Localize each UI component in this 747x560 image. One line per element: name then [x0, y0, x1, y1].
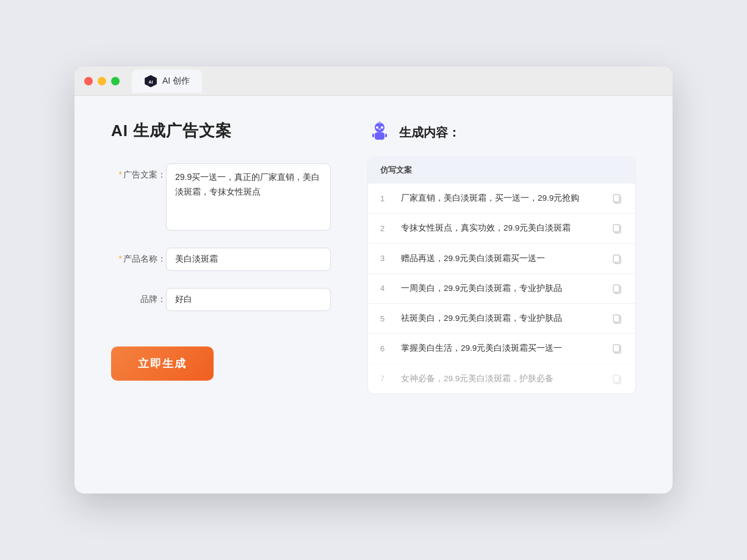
- left-panel: AI 生成广告文案 *广告文案： 29.9买一送一，真正的厂家直销，美白淡斑霜，…: [111, 120, 331, 394]
- table-column-label: 仿写文案: [380, 165, 412, 174]
- page-title: AI 生成广告文案: [111, 120, 331, 142]
- svg-text:AI: AI: [148, 79, 153, 84]
- generate-button[interactable]: 立即生成: [111, 346, 214, 381]
- table-row: 6 掌握美白生活，29.9元美白淡斑霜买一送一: [368, 333, 635, 363]
- ad-copy-label: *广告文案：: [111, 163, 166, 181]
- ad-copy-required: *: [119, 170, 122, 179]
- row-text: 赠品再送，29.9元美白淡斑霜买一送一: [401, 253, 601, 265]
- row-number: 1: [380, 194, 391, 203]
- minimize-button[interactable]: [98, 77, 106, 85]
- row-number: 6: [380, 344, 391, 353]
- svg-rect-24: [613, 375, 619, 382]
- row-text: 专抹女性斑点，真实功效，29.9元美白淡斑霜: [401, 222, 601, 234]
- copy-icon[interactable]: [611, 222, 623, 234]
- table-row: 1 厂家直销，美白淡斑霜，买一送一，29.9元抢购: [368, 183, 635, 213]
- row-number: 4: [380, 284, 391, 293]
- product-name-group: *产品名称：: [111, 248, 331, 271]
- svg-rect-18: [613, 285, 619, 292]
- table-row: 7 女神必备，29.9元美白淡斑霜，护肤必备: [368, 364, 635, 393]
- tab-label: AI 创作: [162, 76, 190, 87]
- svg-rect-16: [613, 255, 619, 262]
- table-row: 4 一周美白，29.9元美白淡斑霜，专业护肤品: [368, 273, 635, 303]
- traffic-lights: [84, 77, 120, 85]
- right-panel: 生成内容： 仿写文案 1 厂家直销，美白淡斑霜，买一送一，29.9元抢购 2 专…: [367, 120, 636, 394]
- row-number: 7: [380, 374, 391, 383]
- svg-rect-14: [613, 224, 619, 232]
- row-text: 厂家直销，美白淡斑霜，买一送一，29.9元抢购: [401, 192, 601, 204]
- product-name-label: *产品名称：: [111, 248, 166, 265]
- svg-point-5: [381, 126, 383, 129]
- table-row: 5 祛斑美白，29.9元美白淡斑霜，专业护肤品: [368, 303, 635, 333]
- result-title: 生成内容：: [399, 124, 460, 141]
- close-button[interactable]: [84, 77, 93, 85]
- brand-group: 品牌：: [111, 288, 331, 311]
- copy-icon[interactable]: [611, 192, 623, 204]
- svg-rect-12: [613, 195, 619, 202]
- table-header: 仿写文案: [368, 157, 635, 183]
- copy-icon[interactable]: [611, 342, 623, 354]
- tab-ai-creation[interactable]: AI AI 创作: [132, 70, 202, 93]
- row-number: 3: [380, 254, 391, 263]
- copy-icon[interactable]: [611, 373, 623, 385]
- ad-copy-group: *广告文案： 29.9买一送一，真正的厂家直销，美白淡斑霜，专抹女性斑点: [111, 163, 331, 231]
- product-name-required: *: [119, 254, 122, 264]
- copy-icon[interactable]: [611, 253, 623, 265]
- brand-label: 品牌：: [111, 288, 166, 305]
- table-row: 3 赠品再送，29.9元美白淡斑霜买一送一: [368, 243, 635, 273]
- result-table: 仿写文案 1 厂家直销，美白淡斑霜，买一送一，29.9元抢购 2 专抹女性斑点，…: [367, 157, 636, 394]
- row-text: 女神必备，29.9元美白淡斑霜，护肤必备: [401, 373, 601, 385]
- browser-window: AI AI 创作 AI 生成广告文案 *广告文案： 29.9买一送一，真正的厂家…: [74, 66, 673, 494]
- svg-point-10: [378, 121, 381, 124]
- table-rows-container: 1 厂家直销，美白淡斑霜，买一送一，29.9元抢购 2 专抹女性斑点，真实功效，…: [368, 183, 635, 393]
- result-header: 生成内容：: [367, 120, 636, 145]
- row-number: 2: [380, 224, 391, 233]
- svg-rect-20: [613, 315, 619, 322]
- brand-input[interactable]: [166, 288, 331, 311]
- svg-rect-6: [378, 129, 381, 130]
- product-name-input[interactable]: [166, 248, 331, 271]
- row-text: 掌握美白生活，29.9元美白淡斑霜买一送一: [401, 342, 601, 354]
- svg-point-4: [376, 126, 378, 129]
- svg-rect-7: [372, 134, 374, 137]
- row-number: 5: [380, 314, 391, 323]
- ai-tab-icon: AI: [144, 74, 157, 88]
- maximize-button[interactable]: [111, 77, 120, 85]
- svg-rect-22: [613, 345, 619, 352]
- titlebar: AI AI 创作: [74, 66, 673, 96]
- ad-copy-input[interactable]: 29.9买一送一，真正的厂家直销，美白淡斑霜，专抹女性斑点: [166, 163, 331, 231]
- row-text: 一周美白，29.9元美白淡斑霜，专业护肤品: [401, 282, 601, 295]
- robot-icon: [367, 120, 392, 145]
- svg-rect-8: [385, 134, 387, 137]
- copy-icon[interactable]: [611, 282, 623, 295]
- svg-rect-3: [375, 132, 384, 140]
- copy-icon[interactable]: [611, 312, 623, 325]
- row-text: 祛斑美白，29.9元美白淡斑霜，专业护肤品: [401, 312, 601, 325]
- table-row: 2 专抹女性斑点，真实功效，29.9元美白淡斑霜: [368, 213, 635, 243]
- browser-content: AI 生成广告文案 *广告文案： 29.9买一送一，真正的厂家直销，美白淡斑霜，…: [74, 96, 673, 418]
